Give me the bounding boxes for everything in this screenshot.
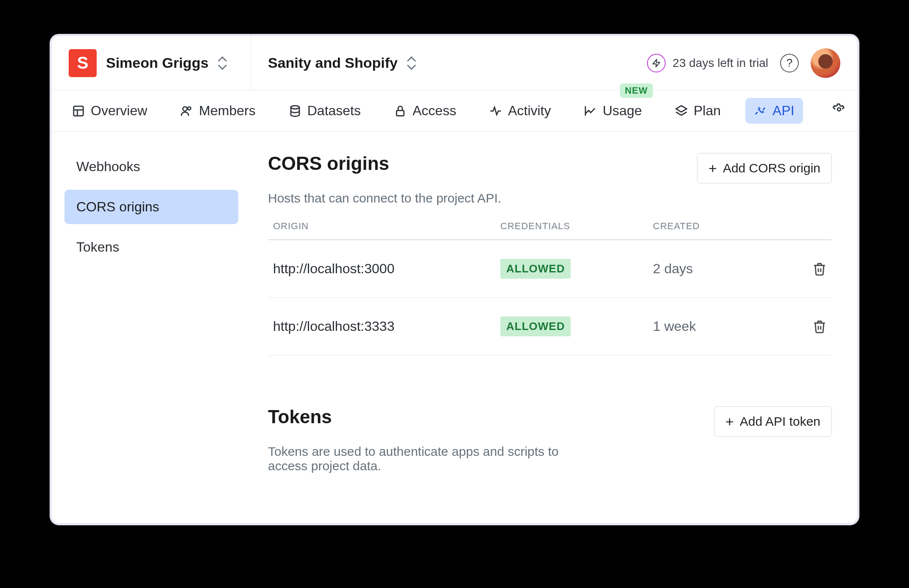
database-icon [289,105,301,117]
section-title: CORS origins [268,153,389,174]
badge-new: NEW [620,83,653,98]
table-header: ORIGIN CREDENTIALS CREATED [268,221,832,240]
tab-label: Usage [602,103,642,119]
button-label: Add CORS origin [723,161,820,175]
svg-rect-1 [74,106,84,116]
sidebar-item-tokens[interactable]: Tokens [64,230,238,264]
org-name: Simeon Griggs [106,55,209,71]
sidebar-item-label: Tokens [76,239,119,255]
settings-overflow-icon[interactable] [833,103,845,119]
section-cors: CORS origins + Add CORS origin Hosts tha… [268,153,832,355]
tab-label: Members [199,103,255,119]
svg-marker-0 [653,59,660,67]
tab-label: Overview [91,103,147,119]
tab-access[interactable]: Access [385,98,465,124]
trash-icon[interactable] [812,319,827,334]
svg-marker-9 [676,105,686,112]
col-created: CREATED [653,221,780,232]
tab-overview[interactable]: Overview [64,98,156,124]
tabbar: Overview Members Datasets Access Activit… [52,90,857,132]
svg-point-4 [183,107,187,111]
tab-label: Activity [508,103,551,119]
body: Webhooks CORS origins Tokens CORS origin… [52,132,857,523]
activity-icon [489,105,502,117]
cell-created: 2 days [653,261,780,277]
table-row: http://localhost:3333 ALLOWED 1 week [268,298,832,355]
section-tokens: Tokens + Add API token Tokens are used t… [268,406,832,473]
svg-point-5 [188,107,191,110]
trial-status[interactable]: 23 days left in trial [647,54,768,72]
topbar: S Simeon Griggs Sanity and Shopify 23 da… [52,36,857,90]
project-switcher[interactable]: Sanity and Shopify [251,36,432,90]
project-name: Sanity and Shopify [268,55,398,71]
layers-icon [675,105,688,117]
cell-origin: http://localhost:3333 [273,319,492,334]
sidebar-item-cors[interactable]: CORS origins [64,190,238,224]
plug-icon [754,105,767,117]
sidebar-item-webhooks[interactable]: Webhooks [64,150,238,184]
table-row: http://localhost:3000 ALLOWED 2 days [268,240,832,298]
sidebar-item-label: CORS origins [76,199,159,214]
svg-rect-7 [396,110,404,116]
sidebar: Webhooks CORS origins Tokens [52,132,251,523]
chart-icon [584,105,597,117]
org-switcher[interactable]: S Simeon Griggs [52,36,251,90]
tab-label: Plan [694,103,721,119]
tab-api[interactable]: API [745,98,803,124]
bolt-icon [647,54,666,72]
trash-icon[interactable] [812,262,827,276]
users-icon [180,105,193,117]
app-window: S Simeon Griggs Sanity and Shopify 23 da… [50,34,859,525]
svg-point-6 [291,105,299,109]
topbar-right: 23 days left in trial ? [647,48,857,78]
col-credentials: CREDENTIALS [500,221,644,232]
credentials-badge: ALLOWED [500,316,571,336]
tab-members[interactable]: Members [172,98,264,124]
chevron-updown-icon [218,57,226,69]
trial-text: 23 days left in trial [672,56,768,70]
col-origin: ORIGIN [273,221,492,232]
tab-plan[interactable]: Plan [666,98,729,124]
section-title: Tokens [268,406,332,427]
cell-origin: http://localhost:3000 [273,261,492,277]
tab-activity[interactable]: Activity [481,98,559,124]
section-description: Hosts that can connect to the project AP… [268,191,832,205]
credentials-badge: ALLOWED [500,259,571,279]
add-api-token-button[interactable]: + Add API token [714,406,832,437]
avatar[interactable] [811,48,840,78]
org-logo: S [69,49,97,77]
tab-datasets[interactable]: Datasets [280,98,369,124]
button-label: Add API token [740,414,820,429]
tab-usage[interactable]: NEW Usage [575,98,650,124]
chevron-updown-icon [407,57,415,69]
layout-icon [72,105,85,117]
cell-created: 1 week [653,319,780,334]
section-description: Tokens are used to authenticate apps and… [268,444,582,473]
tab-label: API [772,103,795,119]
help-icon[interactable]: ? [780,54,799,72]
add-cors-origin-button[interactable]: + Add CORS origin [697,153,832,183]
tab-label: Access [413,103,456,119]
tab-label: Datasets [307,103,361,119]
lock-icon [394,105,407,117]
main: CORS origins + Add CORS origin Hosts tha… [251,132,857,523]
svg-point-10 [837,108,841,111]
sidebar-item-label: Webhooks [76,159,140,174]
